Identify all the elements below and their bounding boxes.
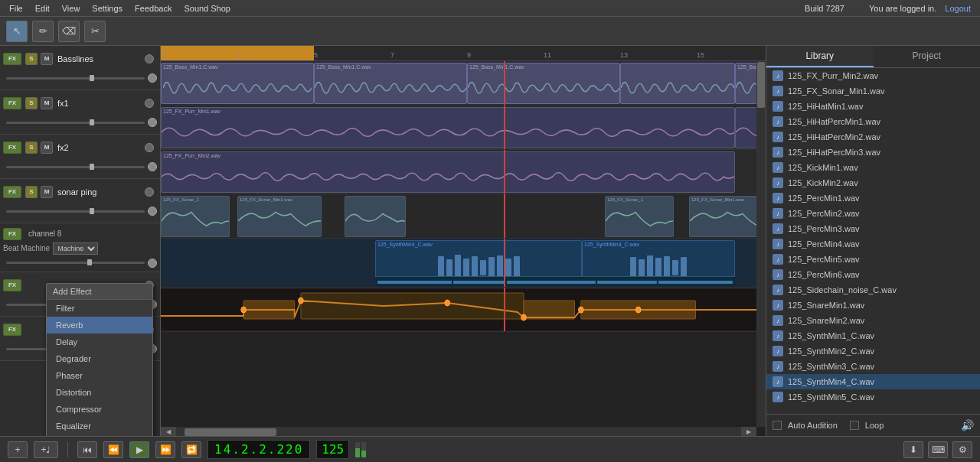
menu-feedback[interactable]: Feedback xyxy=(129,2,178,15)
lib-item-12[interactable]: ♪ 125_PercMin5.wav xyxy=(766,252,980,267)
scroll-left-btn[interactable]: ◀ xyxy=(161,427,176,436)
effect-filter[interactable]: Filter xyxy=(47,300,152,317)
lib-item-5[interactable]: ♪ 125_HiHatPercMin3.wav xyxy=(766,145,980,160)
keyboard-btn[interactable]: ⌨ xyxy=(928,441,948,458)
clip-basslines-1[interactable]: 125_Bass_Min1.C.wav xyxy=(161,63,314,104)
lib-item-15[interactable]: ♪ 125_SnareMin1.wav xyxy=(766,298,980,313)
vol-thumb-ch8[interactable] xyxy=(87,259,92,265)
output-knob-basslines[interactable] xyxy=(148,73,157,83)
pencil-tool[interactable]: ✏ xyxy=(32,21,54,42)
fx-btn-fx1[interactable]: FX xyxy=(3,97,21,109)
lib-item-19[interactable]: ♪ 125_SynthMin3_C.wav xyxy=(766,359,980,374)
forward-btn[interactable]: ⏩ xyxy=(155,441,175,458)
menu-settings[interactable]: Settings xyxy=(86,2,129,15)
split-tool[interactable]: ✂ xyxy=(84,21,106,42)
tab-library[interactable]: Library xyxy=(766,46,874,67)
effect-delay[interactable]: Delay xyxy=(47,333,152,350)
scrollbar-v[interactable] xyxy=(756,61,766,427)
cursor-tool[interactable]: ↖ xyxy=(6,21,28,42)
eraser-tool[interactable]: ⌫ xyxy=(58,21,80,42)
pan-knob-sonar[interactable] xyxy=(145,187,154,197)
automation-lane[interactable] xyxy=(161,289,766,330)
download-btn[interactable]: ⬇ xyxy=(903,441,923,458)
output-knob-fx1[interactable] xyxy=(148,118,157,127)
lib-item-3[interactable]: ♪ 125_HiHatPercMin1.wav xyxy=(766,114,980,129)
m-btn-basslines[interactable]: M xyxy=(41,53,53,65)
settings-btn[interactable]: ⚙ xyxy=(952,441,972,458)
rewind-btn[interactable]: ⏪ xyxy=(103,441,123,458)
add-beat-btn[interactable]: +♩ xyxy=(34,441,58,458)
effect-degrader[interactable]: Degrader xyxy=(47,350,152,367)
fx-btn-basslines[interactable]: FX xyxy=(3,53,21,65)
lib-item-17[interactable]: ♪ 125_SynthMin1_C.wav xyxy=(766,328,980,343)
tab-project[interactable]: Project xyxy=(874,46,981,67)
clip-sonar-1[interactable]: 125_FX_Sonar_1 xyxy=(161,196,230,237)
menu-edit[interactable]: Edit xyxy=(29,2,56,15)
lib-item-20[interactable]: ♪ 125_SynthMin4_C.wav xyxy=(766,374,980,389)
clip-basslines-3[interactable]: 125_Bass_Min1.C.wav xyxy=(467,63,620,104)
lib-item-2[interactable]: ♪ 125_HiHatMin1.wav xyxy=(766,99,980,114)
menu-view[interactable]: View xyxy=(56,2,87,15)
fx-btn-ch8[interactable]: FX xyxy=(3,228,21,240)
effect-equalizer[interactable]: Equalizer xyxy=(47,418,152,434)
m-btn-fx1[interactable]: M xyxy=(41,97,53,109)
clip-sonar-4[interactable]: 125_FX_Sonar_1 xyxy=(605,196,674,237)
fx-btn-fx2[interactable]: FX xyxy=(3,142,21,154)
clip-basslines-2[interactable]: 125_Bass_Min1.C.wav xyxy=(314,63,467,104)
s-btn-basslines[interactable]: S xyxy=(25,53,38,65)
menu-sound-shop[interactable]: Sound Shop xyxy=(178,2,237,15)
pan-knob-basslines[interactable] xyxy=(145,54,154,63)
s-btn-sonar[interactable]: S xyxy=(25,186,38,198)
clip-fx1-1[interactable]: 125_FX_Purr_Min1.wav xyxy=(161,107,735,148)
output-knob-fx2[interactable] xyxy=(148,162,157,171)
effect-limiter[interactable]: Limiter xyxy=(47,434,152,436)
fx-btn-ch10[interactable]: FX xyxy=(3,324,21,336)
effect-reverb[interactable]: Reverb xyxy=(47,317,152,333)
loop-checkbox[interactable] xyxy=(850,421,859,430)
vol-thumb-fx1[interactable] xyxy=(90,119,94,125)
scroll-thumb-h[interactable] xyxy=(185,428,276,436)
lib-item-21[interactable]: ♪ 125_SynthMin5_C.wav xyxy=(766,389,980,405)
lib-item-8[interactable]: ♪ 125_PercMin1.wav xyxy=(766,190,980,206)
pan-knob-fx1[interactable] xyxy=(145,99,154,108)
output-knob-sonar[interactable] xyxy=(148,207,157,216)
s-btn-fx2[interactable]: S xyxy=(25,142,38,154)
vol-thumb-fx2[interactable] xyxy=(90,164,94,170)
menu-file[interactable]: File xyxy=(3,2,29,15)
lib-item-0[interactable]: ♪ 125_FX_Purr_Min2.wav xyxy=(766,68,980,83)
effect-phaser[interactable]: Phaser xyxy=(47,367,152,384)
clip-basslines-4[interactable] xyxy=(620,63,735,104)
speaker-icon[interactable]: 🔊 xyxy=(961,419,974,431)
beat-machine-dropdown[interactable]: Machine xyxy=(53,242,98,255)
lib-item-18[interactable]: ♪ 125_SynthMin2_C.wav xyxy=(766,343,980,359)
m-btn-sonar[interactable]: M xyxy=(41,186,53,198)
clip-sonar-2[interactable]: 125_FX_Sonar_Min1.wav xyxy=(237,196,322,237)
auto-audition-checkbox[interactable] xyxy=(773,421,782,430)
s-btn-fx1[interactable]: S xyxy=(25,97,38,109)
lib-item-10[interactable]: ♪ 125_PercMin3.wav xyxy=(766,221,980,236)
lib-item-7[interactable]: ♪ 125_KickMin2.wav xyxy=(766,175,980,190)
add-track-btn[interactable]: + xyxy=(8,441,28,458)
lib-item-4[interactable]: ♪ 125_HiHatPercMin2.wav xyxy=(766,129,980,145)
lib-item-14[interactable]: ♪ 125_Sidechain_noise_C.wav xyxy=(766,282,980,298)
play-btn[interactable]: ▶ xyxy=(129,441,149,458)
lib-item-11[interactable]: ♪ 125_PercMin4.wav xyxy=(766,236,980,252)
clip-sonar-5[interactable]: 125_FX_Sonar_Min1.wav xyxy=(689,196,766,237)
pan-knob-fx2[interactable] xyxy=(145,143,154,152)
lib-item-13[interactable]: ♪ 125_PercMin6.wav xyxy=(766,267,980,282)
vol-thumb-sonar[interactable] xyxy=(90,208,94,214)
scroll-right-btn[interactable]: ▶ xyxy=(741,427,756,436)
effect-distortion[interactable]: Distortion xyxy=(47,384,152,401)
clip-fx2-1[interactable]: 125_FX_Purr_Min2.wav xyxy=(161,151,735,193)
clip-sonar-3[interactable] xyxy=(345,196,406,237)
output-knob-ch8[interactable] xyxy=(148,259,157,268)
fx-btn-ch9[interactable]: FX xyxy=(3,279,21,291)
lib-item-6[interactable]: ♪ 125_KickMin1.wav xyxy=(766,160,980,175)
lib-item-9[interactable]: ♪ 125_PercMin2.wav xyxy=(766,206,980,221)
fx-btn-sonar[interactable]: FX xyxy=(3,186,21,198)
effect-compressor[interactable]: Compressor xyxy=(47,401,152,418)
lib-item-1[interactable]: ♪ 125_FX_Sonar_Min1.wav xyxy=(766,83,980,99)
prev-btn[interactable]: ⏮ xyxy=(77,441,97,458)
loop-btn[interactable]: 🔁 xyxy=(181,441,201,458)
lib-item-16[interactable]: ♪ 125_SnareMin2.wav xyxy=(766,313,980,328)
